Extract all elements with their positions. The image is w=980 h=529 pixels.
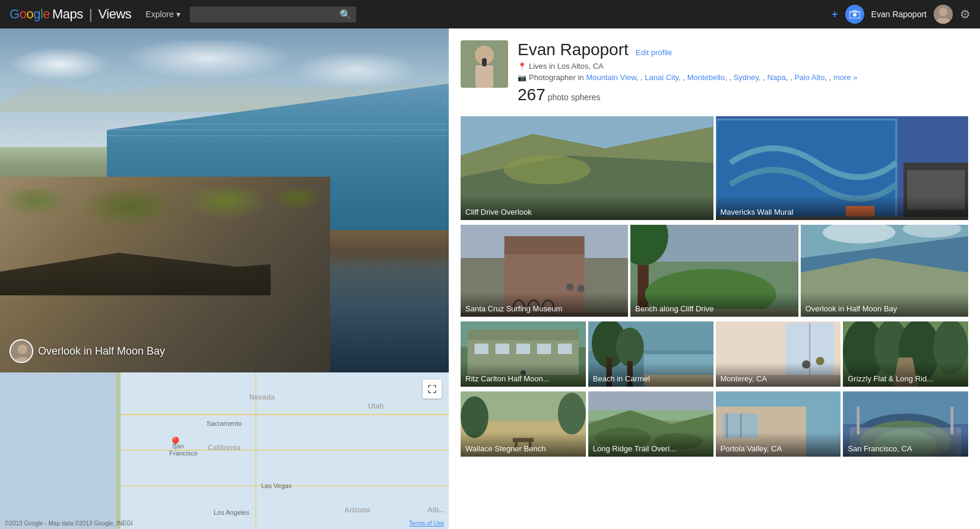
right-panel: Evan Rapoport Edit profile 📍 Lives in Lo… (449, 28, 980, 529)
explore-label: Explore (145, 9, 173, 19)
lasvegas-label: Las Vegas (261, 482, 291, 489)
search-icon[interactable]: 🔍 (340, 9, 351, 20)
map-copyright: ©2013 Google - Map data ©2013 Google, IN… (5, 520, 132, 527)
photo-label: Portola Valley, CA (716, 432, 841, 457)
photo-thumb-wallace-stegner[interactable]: Wallace Stegner Bench (461, 391, 586, 457)
camera-small-icon: 📷 (518, 74, 527, 82)
photo-thumb-ritz-carlton[interactable]: Ritz Carlton Half Moon... (461, 321, 586, 387)
profile-name: Evan Rapoport (518, 40, 629, 59)
panorama-user-thumb (9, 339, 33, 363)
svg-point-3 (939, 8, 947, 16)
svg-rect-51 (496, 343, 509, 354)
photo-label: Cliff Drive Overlook (461, 196, 713, 220)
photo-label: Beach in Carmel (588, 362, 713, 387)
photo-count-row: 267 photo spheres (518, 85, 968, 104)
photo-thumb-portola-valley[interactable]: Portola Valley, CA (716, 391, 841, 457)
profile-avatar-image (461, 40, 508, 88)
profile-location-text: Lives in Los Altos, CA (529, 62, 604, 71)
photo-grid-row-3: Ritz Carlton Half Moon... (461, 321, 968, 387)
photo-label: Grizzly Flat & Long Rid... (843, 362, 968, 387)
svg-point-31 (566, 283, 573, 291)
california-label: California (208, 444, 240, 452)
explore-button[interactable]: Explore ▾ (145, 9, 180, 19)
photo-count: 267 (518, 85, 545, 104)
profile-avatar (461, 40, 508, 88)
settings-icon[interactable]: ⚙ (960, 7, 971, 21)
photo-label: Wallace Stegner Bench (461, 432, 586, 457)
photo-thumb-san-francisco[interactable]: San Francisco, CA (843, 391, 968, 457)
search-input[interactable] (195, 9, 340, 19)
photo-thumb-mavericks-wall-mural[interactable]: Mavericks Wall Mural (716, 116, 969, 220)
profile-location: 📍 Lives in Los Altos, CA (518, 62, 968, 71)
photo-thumb-overlook-hmb[interactable]: Overlook in Half Moon Bay (801, 225, 968, 317)
more-cities-link[interactable]: more » (833, 73, 857, 82)
photographer-prefix: Photographer in (529, 73, 584, 82)
map-panel[interactable]: Nevada Utah California Sacramento San Fr… (0, 372, 449, 529)
location-pin-icon: 📍 (518, 62, 527, 71)
city-link-0[interactable]: Mountain View (586, 73, 641, 82)
city-link-2[interactable]: Montebello (687, 73, 730, 82)
photo-thumb-bench-cliff[interactable]: Bench along Cliff Drive (630, 225, 798, 317)
photo-thumb-santa-cruz[interactable]: Santa Cruz Surfing Museum (461, 225, 628, 317)
svg-rect-27 (505, 236, 585, 254)
photo-thumb-cliff-drive-overlook[interactable]: Cliff Drive Overlook (461, 116, 713, 220)
profile-photographer: 📷 Photographer in Mountain View, Lanai C… (518, 73, 968, 82)
photo-label: San Francisco, CA (843, 432, 968, 457)
photo-label: Ritz Carlton Half Moon... (461, 362, 586, 387)
photo-thumb-grizzly-flat[interactable]: Grizzly Flat & Long Rid... (843, 321, 968, 387)
svg-point-61 (616, 328, 644, 367)
user-avatar[interactable] (934, 5, 953, 24)
svg-point-16 (504, 155, 591, 184)
expand-icon (428, 385, 436, 393)
svg-point-6 (18, 345, 27, 354)
nevada-label: Nevada (249, 393, 275, 401)
camera-icon (849, 10, 860, 18)
profile-name-row: Evan Rapoport Edit profile (518, 40, 968, 59)
photo-thumb-long-ridge[interactable]: Long Ridge Trail Overl... (588, 391, 713, 457)
photo-count-label: photo spheres (548, 93, 601, 102)
sacramento-label: Sacramento (207, 420, 242, 427)
svg-rect-54 (558, 343, 572, 354)
photo-thumb-beach-carmel[interactable]: Beach in Carmel (588, 321, 713, 387)
camera-button[interactable] (845, 5, 864, 24)
city-link-3[interactable]: Sydney (734, 73, 763, 82)
photo-label: Monterey, CA (716, 362, 841, 387)
svg-rect-50 (474, 343, 488, 354)
logo-divider: | (89, 6, 93, 23)
arizona-label: Arizona (344, 506, 370, 514)
photo-label: Long Ridge Trail Overl... (588, 432, 713, 457)
left-panel: Overlook in Half Moon Bay Nevada Utah Ca… (0, 28, 449, 529)
city-link-1[interactable]: Lanai City (645, 73, 683, 82)
photo-label: Mavericks Wall Mural (716, 196, 969, 220)
city-link-5[interactable]: Palo Alto (794, 73, 829, 82)
photo-label: Bench along Cliff Drive (630, 292, 798, 317)
logo-views: Views (99, 7, 132, 22)
plus-icon[interactable]: + (832, 8, 838, 21)
photo-grid: Cliff Drive Overlook (461, 116, 968, 457)
svg-point-32 (577, 285, 584, 292)
svg-rect-92 (588, 391, 713, 410)
panorama-label: Overlook in Half Moon Bay (9, 339, 165, 363)
utah-label: Utah (368, 402, 384, 410)
map-expand-button[interactable] (423, 380, 442, 399)
profile-info: Evan Rapoport Edit profile 📍 Lives in Lo… (518, 40, 968, 104)
logo-google: Google (9, 7, 50, 22)
svg-rect-106 (857, 407, 860, 435)
svg-rect-11 (482, 58, 487, 66)
edit-profile-link[interactable]: Edit profile (636, 48, 672, 57)
terms-link[interactable]: Terms of Use (409, 520, 444, 527)
svg-rect-10 (475, 65, 493, 88)
photo-label: Overlook in Half Moon Bay (801, 292, 968, 317)
user-name[interactable]: Evan Rapoport (871, 9, 927, 19)
city-link-4[interactable]: Napa (767, 73, 790, 82)
svg-point-83 (558, 393, 586, 434)
panorama-view[interactable]: Overlook in Half Moon Bay (0, 28, 449, 372)
photo-label: Santa Cruz Surfing Museum (461, 292, 628, 317)
svg-point-0 (853, 13, 857, 17)
photo-grid-row-2: Santa Cruz Surfing Museum (461, 225, 968, 317)
photo-thumb-monterey[interactable]: Monterey, CA (716, 321, 841, 387)
svg-rect-52 (516, 343, 530, 354)
header-right: + Evan Rapoport ⚙ (832, 5, 971, 24)
chevron-down-icon: ▾ (176, 9, 180, 19)
photo-grid-row-1: Cliff Drive Overlook (461, 116, 968, 220)
